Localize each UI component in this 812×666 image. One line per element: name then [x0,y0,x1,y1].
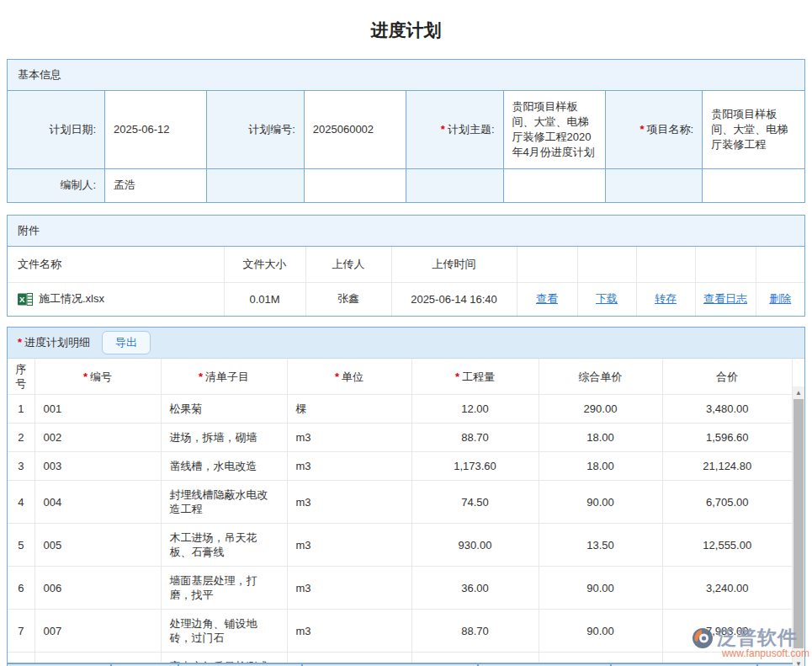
row-unit: m3 [287,452,411,481]
row-item: 墙面基层处理，打磨，找平 [161,567,287,610]
row-unit-price: 13.50 [539,524,662,567]
col-file-size: 文件大小 [224,247,305,282]
row-unit-price: 290.00 [539,395,662,424]
view-log-link[interactable]: 查看日志 [703,292,747,305]
attachment-row: X 施工情况.xlsx 0.01M 张鑫 2025-06-14 16:40 查看… [8,282,804,316]
attachment-file-name: 施工情况.xlsx [39,291,104,306]
basic-info-table: 计划日期: 2025-06-12 计划编号: 2025060002 *计划主题:… [8,91,804,202]
compiler-label: 编制人: [8,168,105,202]
row-total: 1,596.60 [662,424,793,452]
col-unit-price: 综合单价 [539,359,662,395]
required-asterisk: * [640,123,645,136]
row-item: 凿线槽，水电改造 [161,452,287,481]
attachment-uploader: 张鑫 [305,282,391,316]
transfer-link[interactable]: 转存 [655,292,677,305]
detail-section-title: *进度计划明细 [18,335,90,350]
empty-label-cell [207,168,305,202]
col-uploader: 上传人 [305,247,391,282]
detail-table: 序号 *编号 *清单子目 *单位 *工程量 综合单价 合价 1 001 松果菊 … [8,359,793,666]
row-item: 松果菊 [161,395,287,424]
row-item: 进场，拆墙，砌墙 [161,424,287,452]
view-link[interactable]: 查看 [536,292,558,305]
attachments-header: 附件 [8,216,804,247]
row-code: 004 [34,481,161,524]
project-name-label: *项目名称: [605,91,703,168]
col-file-name: 文件名称 [8,247,224,282]
row-total: 3,480.00 [662,395,793,424]
empty-value-cell [703,168,804,202]
row-unit: m3 [287,481,411,524]
row-code: 002 [34,424,161,452]
row-quantity: 930.00 [411,524,539,567]
required-asterisk: * [18,336,22,349]
col-unit: *单位 [287,359,411,395]
attachments-table: 文件名称 文件大小 上传人 上传时间 X [8,247,804,316]
required-asterisk: * [199,370,203,383]
row-unit-price: 18.00 [539,424,662,452]
row-total: 12,555.00 [662,524,793,567]
row-total: 6,705.00 [662,481,793,524]
required-asterisk: * [441,123,445,136]
col-item: *清单子目 [161,359,287,395]
row-code: 001 [34,395,161,424]
row-total: 3,240.00 [662,567,793,610]
row-unit: m3 [287,567,411,610]
table-row: 3 003 凿线槽，水电改造 m3 1,173.60 18.00 21,124.… [8,452,793,481]
table-row: 2 002 进场，拆墙，砌墙 m3 88.70 18.00 1,596.60 [8,424,793,452]
col-action-empty [756,247,804,282]
detail-section-bar: *进度计划明细 导出 [8,328,804,359]
vertical-scrollbar[interactable]: ▲ ▼ [793,386,804,666]
row-item: 处理边角、铺设地砖，过门石 [161,610,287,653]
empty-label-cell [605,168,703,202]
col-action-empty [636,247,695,282]
scrollbar-thumb[interactable] [793,399,804,648]
row-unit-price: 90.00 [539,481,662,524]
next-row-strip [8,663,793,666]
row-unit: m3 [287,524,411,567]
table-row: 7 007 处理边角、铺设地砖，过门石 m3 88.70 90.00 7,983… [8,610,793,653]
col-code: *编号 [34,359,161,395]
row-no: 4 [8,481,34,524]
row-total: 7,983.00 [662,610,793,653]
row-unit: m3 [287,424,411,452]
scroll-up-icon[interactable]: ▲ [793,386,804,399]
attachment-file-size: 0.01M [224,282,305,316]
basic-info-section: 基本信息 计划日期: 2025-06-12 计划编号: 2025060002 *… [7,59,805,203]
col-seq: 序号 [8,359,34,395]
table-row: 1 001 松果菊 棵 12.00 290.00 3,480.00 [8,395,793,424]
download-link[interactable]: 下载 [596,292,618,305]
basic-info-header: 基本信息 [8,60,804,91]
row-code: 007 [34,610,161,653]
table-row: 6 006 墙面基层处理，打磨，找平 m3 36.00 90.00 3,240.… [8,567,793,610]
col-quantity: *工程量 [411,359,539,395]
row-item: 木工进场，吊天花板、石膏线 [161,524,287,567]
row-unit-price: 90.00 [539,567,662,610]
row-unit-price: 90.00 [539,610,662,653]
scroll-down-icon[interactable]: ▼ [793,658,804,666]
plan-subject-label: *计划主题: [406,91,503,168]
project-name-value: 贵阳项目样板间、大堂、电梯厅装修工程 [703,91,804,168]
row-item: 封埋线槽隐蔽水电改造工程 [161,481,287,524]
row-no: 1 [8,395,34,424]
svg-text:X: X [19,295,25,304]
row-no: 5 [8,524,34,567]
row-code: 005 [34,524,161,567]
row-code: 006 [34,567,161,610]
plan-subject-value: 贵阳项目样板间、大堂、电梯厅装修工程2020年4月份进度计划 [503,91,605,168]
required-asterisk: * [335,370,339,383]
row-code: 003 [34,452,161,481]
row-quantity: 12.00 [411,395,539,424]
plan-date-value: 2025-06-12 [105,91,207,168]
export-button[interactable]: 导出 [102,331,151,354]
attachments-section: 附件 文件名称 文件大小 上传人 上传时间 X [7,215,805,317]
row-no: 7 [8,610,34,653]
detail-section: *进度计划明细 导出 序号 *编号 *清单子目 *单位 *工程量 综合单价 合价… [7,327,805,666]
delete-link[interactable]: 删除 [769,292,791,305]
row-total: 21,124.80 [662,452,793,481]
required-asterisk: * [83,370,88,383]
row-quantity: 36.00 [411,567,539,610]
page-title: 进度计划 [0,0,812,59]
table-row: 4 004 封埋线槽隐蔽水电改造工程 m3 74.50 90.00 6,705.… [8,481,793,524]
attachment-upload-time: 2025-06-14 16:40 [391,282,517,316]
empty-value-cell [503,168,605,202]
